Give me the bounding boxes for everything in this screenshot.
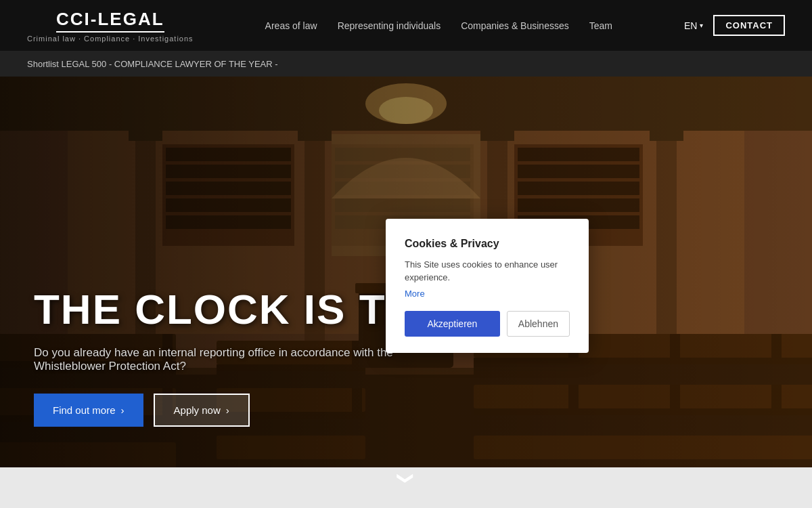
cookie-more-link[interactable]: More [405,289,570,299]
logo-title: CCI-LEGAL [56,9,164,33]
hero-buttons: Find out more › Apply now › [34,394,580,427]
nav-areas-of-law[interactable]: Areas of law [265,20,317,31]
nav-representing-individuals[interactable]: Representing individuals [338,20,441,31]
main-nav: Areas of law Representing individuals Co… [265,20,612,31]
cookie-decline-button[interactable]: Ablehnen [507,311,570,337]
chevron-right-icon-2: › [226,404,229,416]
cookie-title: Cookies & Privacy [405,238,570,250]
header-right: EN ▾ CONTACT [684,15,785,36]
nav-companies-businesses[interactable]: Companies & Businesses [461,20,569,31]
find-out-more-button[interactable]: Find out more › [34,394,143,427]
current-language: EN [684,20,697,31]
cookie-accept-button[interactable]: Akzeptieren [405,311,500,337]
hero-subtitle: Do you already have an internal reportin… [34,346,406,373]
cookie-buttons: Akzeptieren Ablehnen [405,311,570,337]
chevron-down-icon: ▾ [700,22,703,29]
cookie-popup: Cookies & Privacy This Site uses cookies… [386,219,589,353]
ticker-text: Shortlist LEGAL 500 - COMPLIANCE LAWYER … [27,59,278,69]
nav-team[interactable]: Team [589,20,612,31]
chevron-down-scroll-icon: ❯ [397,471,415,485]
ticker-bar: Shortlist LEGAL 500 - COMPLIANCE LAWYER … [0,51,812,77]
logo[interactable]: CCI-LEGAL Criminal law · Compliance · In… [27,9,194,43]
chevron-right-icon: › [121,404,125,416]
apply-now-button[interactable]: Apply now › [154,394,250,427]
language-selector[interactable]: EN ▾ [684,20,703,31]
contact-button[interactable]: CONTACT [713,15,785,36]
logo-subtitle: Criminal law · Compliance · Investigatio… [27,35,194,43]
scroll-down-indicator[interactable]: ❯ [399,469,413,488]
cookie-description: This Site uses cookies to enhance user e… [405,258,570,284]
site-header: CCI-LEGAL Criminal law · Compliance · In… [0,0,812,51]
hero-section: The clock is ticking... Do you already h… [0,77,812,508]
